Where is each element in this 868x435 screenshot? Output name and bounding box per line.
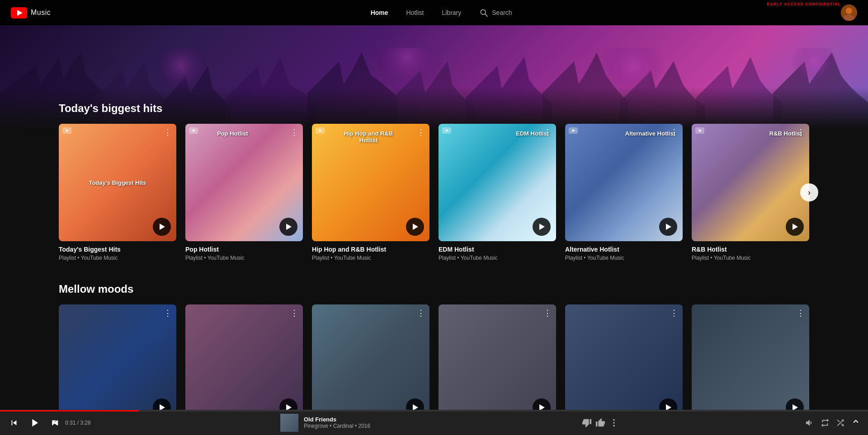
expand-button[interactable] bbox=[851, 416, 861, 429]
player-controls bbox=[7, 415, 61, 431]
next-button[interactable]: › bbox=[800, 183, 818, 201]
svg-point-24 bbox=[613, 419, 615, 421]
card-more-btn-m3[interactable]: ⋮ bbox=[417, 309, 425, 317]
thumbs-up-icon bbox=[595, 418, 605, 428]
card-thumb-2: Pop Hotlist ⋮ bbox=[185, 124, 303, 241]
player-artist-info: Pinegrove • Cardinal • 2016 bbox=[304, 423, 385, 429]
card-alternative-hotlist[interactable]: Alternative Hotlist ⋮ Alternative Hotlis… bbox=[565, 124, 683, 261]
card-mellow-6[interactable]: ⋮ bbox=[692, 304, 809, 426]
repeat-button[interactable] bbox=[820, 418, 830, 428]
player-actions bbox=[582, 418, 619, 428]
card-rnb-hotlist[interactable]: R&B Hotlist ⋮ R&B Hotlist Playlist • You… bbox=[692, 124, 809, 261]
card-meta-4: Playlist • YouTube Music bbox=[439, 255, 556, 261]
card-thumb-4: EDM Hotlist ⋮ bbox=[439, 124, 556, 241]
svg-line-3 bbox=[485, 14, 487, 16]
nav-home[interactable]: Home bbox=[371, 9, 388, 16]
biggest-hits-cards-wrapper: Today's Biggest Hits ⋮ Today's Biggest H… bbox=[59, 124, 809, 261]
card-mellow-5[interactable]: ⋮ bbox=[565, 304, 683, 426]
yt-badge-icon-2 bbox=[189, 127, 198, 134]
avatar[interactable] bbox=[841, 5, 857, 21]
card-thumb-m6: ⋮ bbox=[692, 304, 809, 422]
card-label-2: Pop Hotlist bbox=[217, 130, 248, 137]
svg-point-11 bbox=[791, 48, 836, 84]
expand-icon bbox=[851, 416, 861, 426]
card-mellow-1[interactable]: ⋮ bbox=[59, 304, 176, 426]
card-mellow-3[interactable]: ⋮ bbox=[312, 304, 429, 426]
biggest-hits-cards-row: Today's Biggest Hits ⋮ Today's Biggest H… bbox=[59, 124, 809, 261]
thumbs-up-button[interactable] bbox=[595, 418, 605, 428]
nav-hotlist[interactable]: Hotlist bbox=[406, 9, 424, 16]
card-todays-biggest-hits[interactable]: Today's Biggest Hits ⋮ Today's Biggest H… bbox=[59, 124, 176, 261]
volume-icon bbox=[805, 418, 815, 428]
card-play-btn-1[interactable] bbox=[153, 218, 171, 236]
card-thumb-m4: ⋮ bbox=[439, 304, 556, 422]
card-mellow-4[interactable]: ⋮ bbox=[439, 304, 556, 426]
card-more-btn-m2[interactable]: ⋮ bbox=[290, 309, 298, 317]
progress-area: 0:31 / 3:28 bbox=[65, 420, 94, 426]
card-more-btn-6[interactable]: ⋮ bbox=[797, 128, 805, 136]
play-pause-button[interactable] bbox=[26, 415, 42, 431]
player-song-title: Old Friends bbox=[304, 416, 385, 423]
section-mellow-moods: Mellow moods ⋮ ⋮ bbox=[59, 283, 809, 426]
card-hiphop-rnb[interactable]: Hip Hop and R&B Hotlist ⋮ Hip Hop and R&… bbox=[312, 124, 429, 261]
card-play-btn-5[interactable] bbox=[659, 218, 677, 236]
card-play-btn-2[interactable] bbox=[279, 218, 297, 236]
yt-badge-icon-5 bbox=[569, 127, 578, 134]
card-more-btn-m4[interactable]: ⋮ bbox=[543, 309, 552, 317]
card-more-btn-4[interactable]: ⋮ bbox=[543, 128, 552, 136]
logo-text: Music bbox=[31, 9, 51, 17]
section-biggest-hits: Today's biggest hits Today's Biggest Hit… bbox=[59, 102, 809, 261]
nav-library[interactable]: Library bbox=[442, 9, 461, 16]
search-label: Search bbox=[492, 9, 512, 16]
player-right-controls bbox=[805, 416, 861, 429]
logo[interactable]: Music bbox=[11, 7, 51, 19]
mellow-moods-cards-row: ⋮ ⋮ bbox=[59, 304, 809, 426]
card-meta-2: Playlist • YouTube Music bbox=[185, 255, 303, 261]
now-playing: Old Friends Pinegrove • Cardinal • 2016 bbox=[280, 414, 385, 432]
card-label-3: Hip Hop and R&B Hotlist bbox=[339, 130, 398, 144]
card-thumb-3: Hip Hop and R&B Hotlist ⋮ bbox=[312, 124, 429, 241]
skip-back-icon bbox=[9, 418, 19, 428]
card-play-btn-6[interactable] bbox=[786, 218, 804, 236]
player-album-art bbox=[280, 414, 298, 432]
seekbar-fill bbox=[0, 410, 139, 412]
card-label-5: Alternative Hotlist bbox=[625, 130, 675, 137]
card-play-btn-3[interactable] bbox=[406, 218, 424, 236]
skip-back-button[interactable] bbox=[7, 416, 21, 430]
card-name-3: Hip Hop and R&B Hotlist bbox=[312, 246, 429, 253]
card-more-btn-3[interactable]: ⋮ bbox=[417, 128, 425, 136]
card-more-btn-2[interactable]: ⋮ bbox=[290, 128, 298, 136]
more-icon bbox=[609, 418, 619, 428]
card-mellow-2[interactable]: ⋮ bbox=[185, 304, 303, 426]
shuffle-button[interactable] bbox=[835, 418, 845, 428]
yt-badge-icon-3 bbox=[316, 127, 325, 134]
yt-badge-icon-6 bbox=[695, 127, 704, 134]
card-edm-hotlist[interactable]: EDM Hotlist ⋮ EDM Hotlist Playlist • You… bbox=[439, 124, 556, 261]
card-more-btn-5[interactable]: ⋮ bbox=[670, 128, 678, 136]
more-options-button[interactable] bbox=[609, 418, 619, 428]
time-display: 0:31 / 3:28 bbox=[65, 420, 94, 426]
svg-point-10 bbox=[601, 48, 665, 98]
card-meta-3: Playlist • YouTube Music bbox=[312, 255, 429, 261]
card-more-btn-m1[interactable]: ⋮ bbox=[164, 309, 172, 317]
navbar: Music Home Hotlist Library Search EARLY … bbox=[0, 0, 868, 25]
skip-forward-button[interactable] bbox=[48, 416, 61, 430]
thumbs-down-button[interactable] bbox=[582, 418, 592, 428]
card-more-btn-m5[interactable]: ⋮ bbox=[670, 309, 678, 317]
seekbar-track[interactable] bbox=[0, 410, 868, 412]
section-title-biggest-hits: Today's biggest hits bbox=[59, 102, 809, 115]
card-more-btn-1[interactable]: ⋮ bbox=[164, 128, 172, 136]
card-play-btn-4[interactable] bbox=[533, 218, 551, 236]
svg-point-26 bbox=[613, 425, 615, 426]
card-more-btn-m6[interactable]: ⋮ bbox=[797, 309, 805, 317]
bottom-player: 0:31 / 3:28 Old Friends Pinegrove • Card… bbox=[0, 410, 868, 435]
early-access-label: EARLY ACCESS CONFIDENTIAL bbox=[767, 2, 841, 6]
search-area[interactable]: Search bbox=[479, 8, 512, 17]
card-pop-hotlist[interactable]: Pop Hotlist ⋮ Pop Hotlist Playlist • You… bbox=[185, 124, 303, 261]
card-meta-6: Playlist • YouTube Music bbox=[692, 255, 809, 261]
yt-badge-icon bbox=[62, 127, 71, 134]
repeat-icon bbox=[820, 418, 830, 428]
volume-button[interactable] bbox=[805, 418, 815, 428]
card-name-4: EDM Hotlist bbox=[439, 246, 556, 253]
shuffle-icon bbox=[835, 418, 845, 428]
